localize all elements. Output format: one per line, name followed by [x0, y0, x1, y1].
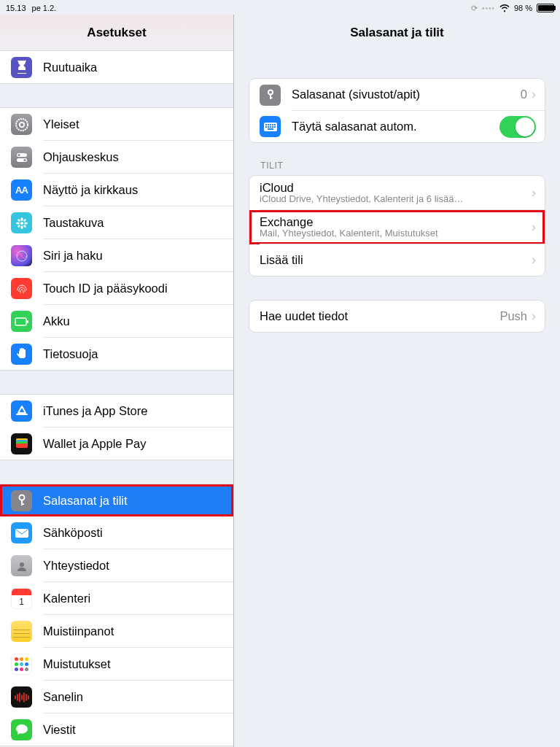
passwords-group: Salasanat (sivustot/apit) 0 › Täytä sala… [249, 78, 545, 143]
contacts-icon [11, 555, 32, 576]
cell-signal-icon: •••• [482, 4, 495, 12]
sidebar-item-label: Viestit [43, 723, 76, 737]
sidebar-item-label: Salasanat ja tilit [43, 494, 128, 508]
svg-point-24 [19, 495, 24, 500]
row-label: Salasanat (sivustot/apit) [292, 88, 521, 101]
sidebar-group: Salasanat ja tilit Sähköposti Yhteystied… [0, 484, 233, 746]
sidebar-item-siri[interactable]: Siri ja haku [0, 239, 233, 272]
appstore-icon [11, 400, 32, 422]
sidebar-item-wallet[interactable]: Wallet ja Apple Pay [0, 427, 233, 460]
svg-point-28 [20, 562, 24, 567]
detail-title: Salasanat ja tilit [234, 15, 560, 50]
chevron-right-icon: › [532, 309, 536, 324]
svg-point-0 [16, 119, 28, 131]
sidebar-item-passwords[interactable]: Salasanat ja tilit [0, 484, 233, 516]
sidebar-item-battery[interactable]: Akku [0, 305, 233, 338]
fetch-row[interactable]: Hae uudet tiedot Push › [249, 301, 545, 332]
detail-pane[interactable]: Salasanat ja tilit Salasanat (sivustot/a… [234, 15, 560, 747]
sidebar-item-display[interactable]: AA Näyttö ja kirkkaus [0, 174, 233, 206]
svg-rect-26 [21, 503, 24, 505]
svg-rect-40 [265, 124, 267, 125]
svg-rect-45 [265, 126, 267, 128]
svg-rect-43 [272, 124, 273, 125]
svg-rect-47 [270, 126, 271, 128]
reminders-icon [11, 654, 32, 675]
svg-point-36 [268, 90, 273, 95]
sidebar-item-itunes[interactable]: iTunes ja App Store [0, 395, 233, 427]
accounts-header: TILIT [260, 160, 534, 171]
svg-point-5 [23, 158, 26, 160]
sidebar-item-notes[interactable]: Muistiinpanot [0, 615, 233, 648]
siri-icon [11, 245, 32, 266]
notes-icon [11, 621, 32, 642]
add-account-row[interactable]: Lisää tili › [249, 244, 545, 276]
svg-rect-44 [274, 124, 276, 125]
svg-point-14 [23, 224, 26, 228]
flower-icon [11, 212, 32, 233]
text-size-icon: AA [11, 179, 32, 201]
svg-rect-42 [270, 124, 271, 125]
row-label: Hae uudet tiedot [260, 309, 499, 323]
sidebar-item-touchid[interactable]: Touch ID ja pääsykoodi [0, 272, 233, 305]
account-subtitle: Mail, Yhteystiedot, Kalenterit, Muistutu… [260, 228, 532, 239]
status-bar: 15.13 pe 1.2. ⟳ •••• 98 % [0, 0, 560, 15]
sidebar-item-calendar[interactable]: 1 Kalenteri [0, 582, 233, 615]
svg-rect-23 [16, 444, 28, 448]
sidebar-item-label: Näyttö ja kirkkaus [43, 183, 138, 197]
wallet-icon [11, 433, 32, 454]
sidebar-item-messages[interactable]: Viestit [0, 713, 233, 746]
key-icon [11, 490, 32, 511]
svg-point-8 [20, 225, 23, 229]
sidebar-item-wallpaper[interactable]: Taustakuva [0, 206, 233, 239]
account-subtitle: iCloud Drive, Yhteystiedot, Kalenterit j… [260, 193, 532, 204]
svg-point-3 [18, 153, 20, 155]
sidebar-item-controlcenter[interactable]: Ohjauskeskus [0, 141, 233, 174]
sidebar-item-label: Tietosuoja [43, 347, 98, 361]
calendar-icon: 1 [11, 588, 32, 609]
sidebar-item-voice[interactable]: Sanelin [0, 681, 233, 713]
svg-point-9 [16, 222, 20, 224]
website-passwords-row[interactable]: Salasanat (sivustot/apit) 0 › [249, 79, 545, 111]
sidebar-item-label: Sanelin [43, 690, 83, 704]
status-time: 15.13 [6, 4, 26, 12]
sidebar-item-label: iTunes ja App Store [43, 404, 147, 418]
sidebar-item-contacts[interactable]: Yhteystiedot [0, 549, 233, 582]
sidebar-group: iTunes ja App Store Wallet ja Apple Pay [0, 394, 233, 460]
autofill-row[interactable]: Täytä salasanat autom. [249, 111, 545, 142]
svg-point-12 [23, 218, 26, 222]
svg-point-11 [17, 218, 20, 222]
accounts-group: iCloud iCloud Drive, Yhteystiedot, Kalen… [249, 175, 545, 276]
gear-icon [11, 114, 32, 135]
sidebar-item-label: Akku [43, 314, 70, 328]
sidebar-item-label: Yleiset [43, 117, 79, 131]
sidebar-item-label: Ruutuaika [43, 61, 97, 74]
sidebar-item-screentime[interactable]: Ruutuaika [0, 51, 233, 83]
account-row-exchange[interactable]: Exchange Mail, Yhteystiedot, Kalenterit,… [249, 210, 545, 244]
sidebar-item-label: Ohjauskeskus [43, 150, 119, 164]
settings-screen: 15.13 pe 1.2. ⟳ •••• 98 % Asetukset [0, 0, 560, 747]
hourglass-icon [11, 57, 32, 78]
sidebar-group: Yleiset Ohjauskeskus AA Näyttö ja kirkka… [0, 107, 233, 371]
speech-bubble-icon [11, 719, 32, 740]
sidebar-item-general[interactable]: Yleiset [0, 108, 233, 141]
autofill-toggle[interactable] [499, 116, 536, 138]
switches-icon [11, 147, 32, 168]
key-icon [260, 85, 281, 106]
account-row-icloud[interactable]: iCloud iCloud Drive, Yhteystiedot, Kalen… [249, 176, 545, 210]
sidebar-item-privacy[interactable]: Tietosuoja [0, 338, 233, 370]
row-label: Täytä salasanat autom. [292, 120, 499, 133]
chevron-right-icon: › [532, 87, 536, 102]
sidebar-item-label: Muistutukset [43, 657, 111, 671]
sidebar-item-mail[interactable]: Sähköposti [0, 516, 233, 549]
sidebar-item-label: Muistiinpanot [43, 624, 114, 638]
chevron-right-icon: › [532, 252, 536, 268]
sidebar-title: Asetukset [0, 15, 233, 50]
sidebar-item-label: Wallet ja Apple Pay [43, 437, 147, 451]
sidebar-item-reminders[interactable]: Muistutukset [0, 648, 233, 681]
settings-sidebar[interactable]: Asetukset Ruutuaika Yleiset [0, 15, 234, 747]
svg-rect-38 [270, 97, 273, 98]
fetch-group: Hae uudet tiedot Push › [249, 300, 545, 333]
chevron-right-icon: › [532, 185, 536, 201]
status-date: pe 1.2. [32, 4, 57, 12]
sidebar-item-label: Touch ID ja pääsykoodi [43, 282, 168, 295]
